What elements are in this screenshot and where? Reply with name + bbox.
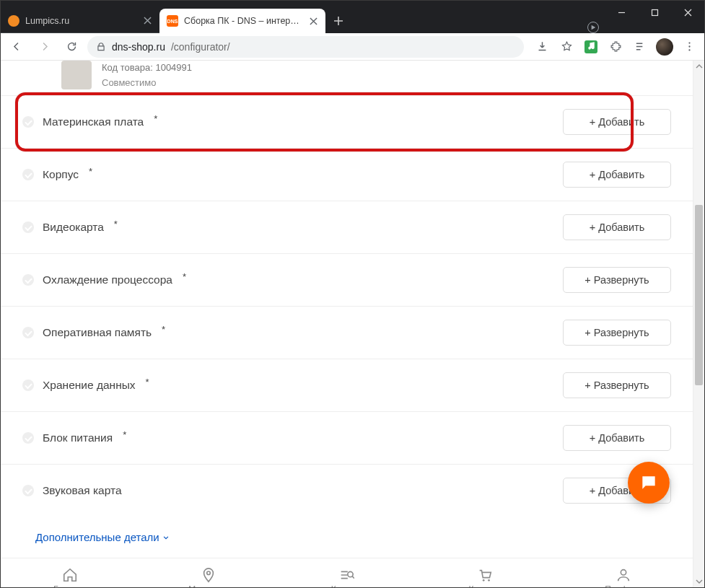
scroll-up-arrow[interactable] xyxy=(693,61,704,72)
url-host: dns-shop.ru xyxy=(112,41,165,53)
category-name: Видеокарта xyxy=(43,221,104,234)
extra-details-label: Дополнительные детали xyxy=(35,531,159,543)
category-name: Оперативная память xyxy=(43,326,152,339)
extra-details-link[interactable]: Дополнительные детали xyxy=(1,517,693,558)
bottom-nav-label: Корзина xyxy=(468,584,502,588)
url-box[interactable]: dns-shop.ru/configurator/ xyxy=(87,36,524,58)
chat-fab[interactable] xyxy=(628,462,670,504)
bottom-nav-catalog[interactable]: Каталог xyxy=(278,558,416,587)
category-row-2: Видеокарта*+ Добавить xyxy=(1,201,693,253)
menu-icon[interactable] xyxy=(678,36,700,58)
browser-tab-0[interactable]: Lumpics.ru xyxy=(1,9,159,33)
category-action-button[interactable]: + Добавить xyxy=(563,109,671,135)
maximize-button[interactable] xyxy=(638,1,671,24)
svg-point-9 xyxy=(621,569,626,574)
bottom-nav-label: Профиль xyxy=(605,584,642,588)
category-action-button[interactable]: + Развернуть xyxy=(563,320,671,346)
category-name: Звуковая карта xyxy=(43,484,122,497)
product-thumbnail xyxy=(61,61,92,89)
home-icon xyxy=(62,567,78,583)
media-indicator[interactable] xyxy=(583,22,603,33)
category-name: Материнская плата xyxy=(43,115,144,128)
category-row-6: Блок питания*+ Добавить xyxy=(1,411,693,464)
chat-icon xyxy=(639,473,658,492)
selected-product-header: Код товара: 1004991 Совместимо xyxy=(1,61,693,95)
bottom-nav-label: Магазины xyxy=(188,584,228,588)
bottom-nav-cart[interactable]: Корзина xyxy=(416,558,554,587)
required-star-icon: * xyxy=(162,324,165,335)
required-star-icon: * xyxy=(89,166,92,177)
product-code: Код товара: 1004991 xyxy=(102,62,192,73)
profile-avatar[interactable] xyxy=(654,36,675,58)
status-bullet-icon xyxy=(22,169,34,180)
favicon-lumpics xyxy=(8,15,19,27)
bookmark-icon[interactable] xyxy=(556,36,577,58)
minimize-button[interactable] xyxy=(605,1,638,24)
required-star-icon: * xyxy=(114,219,118,229)
tab-title: Сборка ПК - DNS – интернет ма xyxy=(184,16,302,26)
reload-button[interactable] xyxy=(60,35,83,58)
product-compat: Совместимо xyxy=(102,77,192,88)
scroll-thumb[interactable] xyxy=(695,205,703,385)
status-bullet-icon xyxy=(22,379,34,391)
svg-point-6 xyxy=(348,571,353,576)
category-action-button[interactable]: + Развернуть xyxy=(563,267,671,293)
close-tab-icon[interactable] xyxy=(308,16,318,26)
scroll-down-arrow[interactable] xyxy=(693,576,704,587)
required-star-icon: * xyxy=(123,429,126,440)
bottom-nav-label: Главная xyxy=(53,584,87,588)
category-row-7: Звуковая карта+ Добавить xyxy=(1,464,693,517)
bottom-nav: ГлавнаяМагазиныКаталогКорзинаПрофиль xyxy=(1,558,693,587)
addressbar: dns-shop.ru/configurator/ xyxy=(1,33,704,61)
category-name: Блок питания xyxy=(43,431,113,444)
bottom-nav-profile[interactable]: Профиль xyxy=(554,558,693,587)
category-row-0: Материнская плата*+ Добавить xyxy=(1,95,693,148)
reading-list-icon[interactable] xyxy=(629,36,651,58)
category-action-button[interactable]: + Добавить xyxy=(563,425,671,451)
category-action-button[interactable]: + Добавить xyxy=(563,162,671,188)
forward-button[interactable] xyxy=(32,35,56,58)
status-bullet-icon xyxy=(22,432,34,444)
category-row-1: Корпус*+ Добавить xyxy=(1,148,693,201)
svg-point-4 xyxy=(688,49,690,51)
category-name: Хранение данных xyxy=(43,379,136,392)
required-star-icon: * xyxy=(154,113,157,124)
bottom-nav-home[interactable]: Главная xyxy=(1,558,139,587)
required-star-icon: * xyxy=(183,271,186,282)
extensions-icon[interactable] xyxy=(605,36,626,58)
svg-point-3 xyxy=(688,45,690,47)
catalog-icon xyxy=(338,567,354,583)
install-app-icon[interactable] xyxy=(531,36,553,58)
new-tab-button[interactable] xyxy=(328,11,349,31)
chevron-down-icon xyxy=(161,532,171,543)
category-name: Корпус xyxy=(43,168,79,181)
category-action-button[interactable]: + Добавить xyxy=(563,214,671,240)
vertical-scrollbar[interactable] xyxy=(693,61,704,587)
category-row-4: Оперативная память*+ Развернуть xyxy=(1,306,693,359)
browser-tab-1[interactable]: DNS Сборка ПК - DNS – интернет ма xyxy=(159,9,325,33)
status-bullet-icon xyxy=(22,274,34,286)
category-name: Охлаждение процессора xyxy=(43,273,172,286)
status-bullet-icon xyxy=(22,221,34,233)
close-window-button[interactable] xyxy=(671,1,704,24)
category-action-button[interactable]: + Развернуть xyxy=(563,372,671,398)
pin-icon xyxy=(201,567,216,583)
status-bullet-icon xyxy=(22,485,34,496)
category-row-5: Хранение данных*+ Развернуть xyxy=(1,359,693,411)
status-bullet-icon xyxy=(22,327,34,338)
svg-point-8 xyxy=(488,579,490,581)
bottom-nav-pin[interactable]: Магазины xyxy=(139,558,278,587)
required-star-icon: * xyxy=(146,377,149,387)
close-tab-icon[interactable] xyxy=(142,16,152,26)
tab-title: Lumpics.ru xyxy=(25,16,136,26)
status-bullet-icon xyxy=(22,116,34,128)
favicon-dns: DNS xyxy=(167,15,178,27)
profile-icon xyxy=(616,567,631,583)
music-extension-icon[interactable] xyxy=(580,36,602,58)
svg-point-2 xyxy=(688,42,690,43)
svg-point-7 xyxy=(483,579,485,581)
titlebar: Lumpics.ru DNS Сборка ПК - DNS – интерне… xyxy=(1,1,704,33)
url-path: /configurator/ xyxy=(171,41,230,53)
back-button[interactable] xyxy=(5,35,28,58)
lock-icon xyxy=(96,42,106,52)
